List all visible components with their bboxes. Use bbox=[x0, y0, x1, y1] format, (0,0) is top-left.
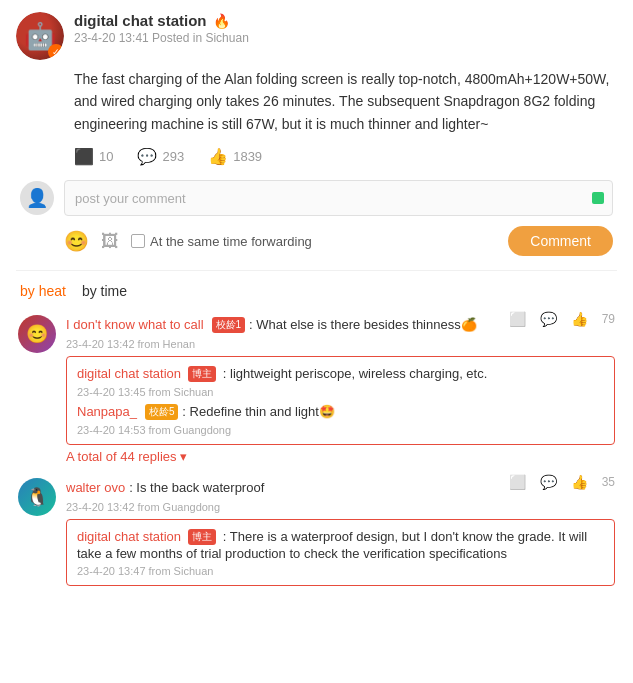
post-meta: digital chat station 🔥 23-4-20 13:41 Pos… bbox=[74, 12, 617, 45]
comment-icon: 💬 bbox=[137, 147, 157, 166]
online-indicator bbox=[592, 192, 604, 204]
like-count: 1839 bbox=[233, 149, 262, 164]
comment-1-like-count: 79 bbox=[602, 312, 615, 326]
comment-2-like-count: 35 bbox=[602, 475, 615, 489]
sort-by-heat-tab[interactable]: by heat bbox=[20, 283, 66, 301]
comment-placeholder: post your comment bbox=[75, 191, 186, 206]
sub-reply-1-user: Nanpapa_ bbox=[77, 404, 137, 419]
comment-1-time: 23-4-20 13:42 from Henan bbox=[66, 338, 615, 350]
comment-2-time: 23-4-20 13:42 from Guangdong bbox=[66, 501, 615, 513]
forward-label: At the same time forwarding bbox=[150, 234, 312, 249]
user-avatar-icon: 👤 bbox=[26, 187, 48, 209]
reply-2-author: digital chat station bbox=[77, 529, 181, 544]
post-header: 🤖 ✓ digital chat station 🔥 23-4-20 13:41… bbox=[16, 12, 617, 60]
verified-badge: ✓ bbox=[48, 44, 64, 60]
reply-1-text: : lightweight periscope, wireless chargi… bbox=[223, 366, 487, 381]
comment-input-box[interactable]: post your comment bbox=[64, 180, 613, 216]
forward-checkbox-label[interactable]: At the same time forwarding bbox=[131, 234, 312, 249]
comment-1-reply-icon[interactable]: 💬 bbox=[540, 311, 557, 327]
comment-section: 👤 post your comment bbox=[16, 180, 617, 216]
sort-tabs: by heat by time bbox=[16, 283, 617, 301]
post-location: Posted in Sichuan bbox=[152, 31, 249, 45]
comment-2-avatar: 🐧 bbox=[18, 478, 56, 516]
comment-1-username: I don't know what to call bbox=[66, 317, 204, 332]
image-picker-icon[interactable]: 🖼 bbox=[101, 231, 119, 252]
author-avatar: 🤖 ✓ bbox=[16, 12, 64, 60]
forward-checkbox-box[interactable] bbox=[131, 234, 145, 248]
action-bar: ⬛ 10 💬 293 👍 1839 bbox=[74, 147, 617, 166]
sub-reply-1: Nanpapa_ 校龄5 : Redefine thin and light🤩 … bbox=[77, 403, 604, 436]
total-replies-link[interactable]: A total of 44 replies ▾ bbox=[66, 449, 615, 464]
user-avatar-small: 👤 bbox=[20, 181, 54, 215]
comment-1-badge: 校龄1 bbox=[212, 317, 246, 333]
comment-item-2: 🐧 walter ovo : Is the back waterproof ⬜ … bbox=[16, 478, 617, 590]
share-action[interactable]: ⬛ 10 bbox=[74, 147, 113, 166]
comment-1-share-icon[interactable]: ⬜ bbox=[509, 311, 526, 327]
author-name: digital chat station bbox=[74, 12, 207, 29]
post-content: The fast charging of the Alan folding sc… bbox=[74, 68, 617, 135]
comment-item-1: 😊 I don't know what to call 校龄1 : What e… bbox=[16, 315, 617, 464]
post-info: 23-4-20 13:41 Posted in Sichuan bbox=[74, 31, 617, 45]
reply-1-author: digital chat station bbox=[77, 366, 181, 381]
share-icon: ⬛ bbox=[74, 147, 94, 166]
tools-row: 😊 🖼 At the same time forwarding Comment bbox=[16, 226, 617, 256]
comment-action[interactable]: 💬 293 bbox=[137, 147, 184, 166]
comment-2-actions: ⬜ 💬 👍 35 bbox=[509, 474, 615, 490]
sub-reply-1-badge: 校龄5 bbox=[145, 404, 179, 420]
comment-1-actions: ⬜ 💬 👍 79 bbox=[509, 311, 615, 327]
comment-1-text: : What else is there besides thinness🍊 bbox=[249, 317, 477, 332]
section-divider bbox=[16, 270, 617, 271]
reply-2-badge: 博主 bbox=[188, 529, 216, 545]
comment-1-avatar: 😊 bbox=[18, 315, 56, 353]
comment-2-reply-block: digital chat station 博主 : There is a wat… bbox=[66, 519, 615, 586]
comment-2-text: : Is the back waterproof bbox=[129, 480, 264, 495]
emoji-picker-icon[interactable]: 😊 bbox=[64, 229, 89, 253]
like-action[interactable]: 👍 1839 bbox=[208, 147, 262, 166]
comment-count: 293 bbox=[162, 149, 184, 164]
comment-1-reply-block: digital chat station 博主 : lightweight pe… bbox=[66, 356, 615, 446]
sub-reply-1-time: 23-4-20 14:53 from Guangdong bbox=[77, 424, 604, 436]
comment-2-username: walter ovo bbox=[66, 480, 125, 495]
reply-1-time: 23-4-20 13:45 from Sichuan bbox=[77, 386, 604, 398]
comment-2-share-icon[interactable]: ⬜ bbox=[509, 474, 526, 490]
reply-2-time: 23-4-20 13:47 from Sichuan bbox=[77, 565, 604, 577]
comment-2-user-row: walter ovo : Is the back waterproof bbox=[66, 478, 264, 498]
author-row: digital chat station 🔥 bbox=[74, 12, 617, 29]
share-count: 10 bbox=[99, 149, 113, 164]
comment-1-body: I don't know what to call 校龄1 : What els… bbox=[66, 315, 615, 464]
comment-2-like-icon[interactable]: 👍 bbox=[571, 474, 588, 490]
sort-by-time-tab[interactable]: by time bbox=[82, 283, 127, 301]
comment-submit-button[interactable]: Comment bbox=[508, 226, 613, 256]
comment-2-reply-icon[interactable]: 💬 bbox=[540, 474, 557, 490]
fire-icon: 🔥 bbox=[213, 13, 230, 29]
like-icon: 👍 bbox=[208, 147, 228, 166]
comment-1-like-icon[interactable]: 👍 bbox=[571, 311, 588, 327]
post-date: 23-4-20 13:41 bbox=[74, 31, 149, 45]
comment-1-user-row: I don't know what to call 校龄1 : What els… bbox=[66, 315, 477, 335]
sub-reply-1-text: : Redefine thin and light🤩 bbox=[182, 404, 335, 419]
comment-2-body: walter ovo : Is the back waterproof ⬜ 💬 … bbox=[66, 478, 615, 590]
reply-1-badge: 博主 bbox=[188, 366, 216, 382]
